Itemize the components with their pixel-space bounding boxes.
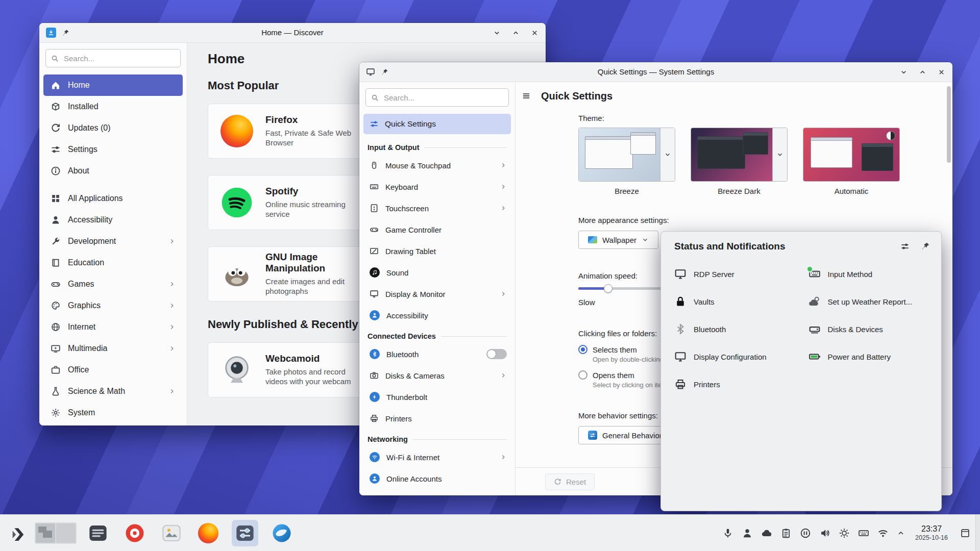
sidebar-item-installed[interactable]: Installed xyxy=(43,96,183,117)
sidebar-item-games[interactable]: Games xyxy=(43,273,183,295)
tray-item-rdp-server[interactable]: RDP Server xyxy=(667,260,801,288)
sidebar-item-office[interactable]: Office xyxy=(43,359,183,381)
configure-icon[interactable] xyxy=(900,242,910,251)
show-desktop-icon[interactable] xyxy=(960,528,970,538)
expand-tray-chevron-up-icon[interactable] xyxy=(897,529,905,537)
sidebar-item-touchscreen[interactable]: Touchscreen xyxy=(359,197,515,219)
sidebar-item-quick-settings[interactable]: Quick Settings xyxy=(363,114,511,134)
task-photos-icon[interactable] xyxy=(158,520,185,546)
clipboard-icon[interactable] xyxy=(780,528,792,539)
sidebar-item-sound[interactable]: Sound xyxy=(359,262,515,283)
sidebar-item-multimedia[interactable]: Multimedia xyxy=(43,338,183,359)
volume-icon[interactable] xyxy=(819,528,830,539)
task-browser-icon[interactable] xyxy=(268,520,295,546)
discover-titlebar[interactable]: Home — Discover xyxy=(39,23,546,43)
sidebar-item-settings[interactable]: Settings xyxy=(43,139,183,160)
sidebar-item-accessibility[interactable]: Accessibility xyxy=(359,305,515,326)
scrollbar-thumb[interactable] xyxy=(947,86,951,163)
task-system-settings-icon[interactable] xyxy=(232,520,258,546)
theme-preview-automatic[interactable] xyxy=(803,128,899,181)
wifi-icon[interactable] xyxy=(877,528,889,539)
sidebar-item-game-controller[interactable]: Game Controller xyxy=(359,219,515,240)
tray-item-disks-devices[interactable]: Disks & Devices xyxy=(801,315,936,343)
sidebar-separator xyxy=(39,182,187,188)
sidebar-item-science-math[interactable]: Science & Math xyxy=(43,381,183,402)
keyboard-layout-icon[interactable] xyxy=(858,528,869,539)
search-input[interactable] xyxy=(63,54,175,63)
theme-card-breeze-dark[interactable]: Breeze Dark xyxy=(691,128,788,195)
sidebar-item-mouse-touchpad[interactable]: Mouse & Touchpad xyxy=(359,155,515,176)
sidebar-item-keyboard[interactable]: Keyboard xyxy=(359,176,515,197)
tray-item-display-configuration[interactable]: Display Configuration xyxy=(667,343,801,370)
pin-icon[interactable] xyxy=(921,242,930,251)
sidebar-item-printers[interactable]: Printers xyxy=(359,408,515,429)
tray-item-printers[interactable]: Printers xyxy=(667,370,801,398)
application-launcher-icon[interactable] xyxy=(6,521,30,545)
maximize-button[interactable] xyxy=(512,29,520,37)
reset-button[interactable]: Reset xyxy=(545,473,595,490)
reset-icon xyxy=(554,478,561,486)
cloud-icon[interactable] xyxy=(761,528,772,539)
minimize-button[interactable] xyxy=(900,68,908,76)
sidebar-item-graphics[interactable]: Graphics xyxy=(43,295,183,316)
task-firefox-icon[interactable] xyxy=(195,520,222,546)
sidebar-item-all-applications[interactable]: All Applications xyxy=(43,188,183,209)
sidebar-item-thunderbolt[interactable]: Thunderbolt xyxy=(359,386,515,408)
sidebar-item-online-accounts[interactable]: Online Accounts xyxy=(359,468,515,489)
brightness-icon[interactable] xyxy=(839,528,850,539)
task-system-monitor-icon[interactable] xyxy=(85,520,111,546)
sidebar-item-education[interactable]: Education xyxy=(43,252,183,273)
spotify-icon xyxy=(220,186,253,219)
sidebar-item-display-monitor[interactable]: Display & Monitor xyxy=(359,283,515,305)
settings-titlebar[interactable]: Quick Settings — System Settings xyxy=(359,62,952,82)
sidebar-item-disks-cameras[interactable]: Disks & Cameras xyxy=(359,365,515,386)
tray-item-weather[interactable]: Set up Weather Report... xyxy=(801,288,936,315)
updates-icon xyxy=(51,123,61,133)
hamburger-menu-icon[interactable] xyxy=(520,89,533,103)
internet-icon xyxy=(51,322,61,332)
pager-desktop-1[interactable] xyxy=(36,523,55,543)
sidebar-item-wifi-internet[interactable]: Wi-Fi & Internet xyxy=(359,446,515,468)
theme-preview-breeze-dark[interactable] xyxy=(691,128,772,181)
theme-card-breeze[interactable]: Breeze xyxy=(578,128,675,195)
settings-search[interactable] xyxy=(365,88,509,107)
close-button[interactable] xyxy=(938,68,945,76)
search-input[interactable] xyxy=(383,93,503,103)
theme-preview-breeze[interactable] xyxy=(579,128,660,181)
radio-button[interactable] xyxy=(578,345,587,354)
search-icon xyxy=(371,94,379,102)
tray-item-bluetooth[interactable]: Bluetooth xyxy=(667,315,801,343)
theme-card-automatic[interactable]: Automatic xyxy=(803,128,900,195)
scrollbar[interactable] xyxy=(947,86,951,163)
tray-item-input-method[interactable]: Input Method xyxy=(801,260,936,288)
sidebar-item-accessibility[interactable]: Accessibility xyxy=(43,209,183,231)
sidebar-item-internet[interactable]: Internet xyxy=(43,316,183,338)
close-button[interactable] xyxy=(531,29,538,37)
sidebar-item-bluetooth[interactable]: Bluetooth xyxy=(359,343,515,365)
theme-variant-dropdown[interactable] xyxy=(772,128,787,181)
slider-handle[interactable] xyxy=(604,284,612,293)
tray-item-power-battery[interactable]: Power and Battery xyxy=(801,343,936,370)
sidebar-item-drawing-tablet[interactable]: Drawing Tablet xyxy=(359,240,515,262)
task-media-player-icon[interactable] xyxy=(121,520,148,546)
microphone-icon[interactable] xyxy=(722,528,733,539)
wallpaper-button[interactable]: Wallpaper xyxy=(578,231,658,249)
radio-button[interactable] xyxy=(578,370,587,380)
minimize-button[interactable] xyxy=(493,29,501,37)
maximize-button[interactable] xyxy=(919,68,926,76)
sidebar-item-about[interactable]: About xyxy=(43,160,183,182)
tray-item-vaults[interactable]: Vaults xyxy=(667,288,801,315)
show-desktop-edge-button[interactable] xyxy=(975,515,980,551)
discover-search[interactable] xyxy=(45,49,181,67)
user-icon[interactable] xyxy=(742,528,753,539)
digital-clock[interactable]: 23:37 2025-10-16 xyxy=(915,524,948,542)
sidebar-item-home[interactable]: Home xyxy=(43,74,183,96)
pager-desktop-2[interactable] xyxy=(56,523,76,543)
sidebar-item-development[interactable]: Development xyxy=(43,231,183,252)
theme-variant-dropdown[interactable] xyxy=(660,128,675,181)
sidebar-item-system[interactable]: System xyxy=(43,402,183,423)
sidebar-item-updates[interactable]: Updates (0) xyxy=(43,117,183,139)
media-pause-icon[interactable] xyxy=(800,528,811,539)
virtual-desktop-pager[interactable] xyxy=(35,522,77,544)
bluetooth-toggle[interactable] xyxy=(486,349,507,359)
